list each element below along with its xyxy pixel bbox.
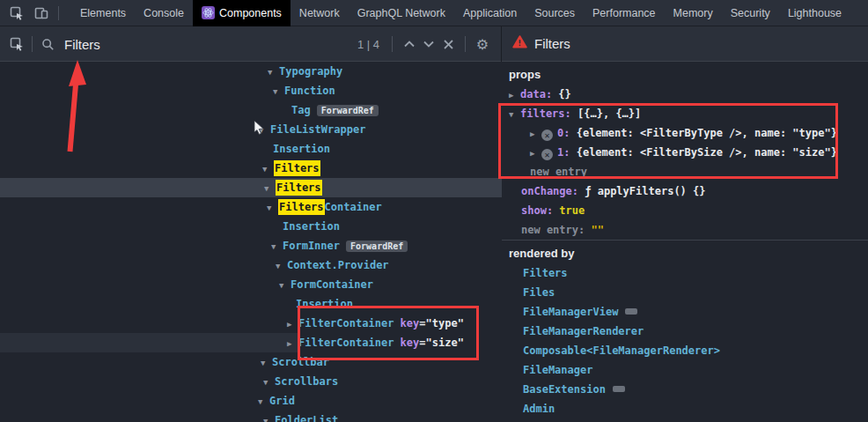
rendered-by-list: FiltersFilesFileManagerViewFileManagerRe…	[502, 263, 868, 418]
expand-arrow-icon[interactable]: ▼	[279, 276, 291, 295]
tree-row[interactable]: ▼FileListWrapper	[0, 120, 502, 139]
prop-row[interactable]: new entry: ""	[502, 220, 868, 240]
expand-arrow-icon[interactable]: ▶	[530, 124, 541, 144]
prop-row[interactable]: ▶data: {}	[502, 85, 868, 104]
tree-row[interactable]: ▼Context.Provider	[0, 255, 502, 275]
tree-row[interactable]: ▼Typography	[0, 62, 502, 81]
expand-arrow-icon[interactable]: ▼	[263, 373, 275, 392]
close-icon[interactable]	[438, 34, 458, 54]
props-section-header: props	[502, 65, 868, 85]
section-divider	[502, 240, 868, 241]
tree-row[interactable]: ▼Scrollbars	[0, 372, 502, 391]
tree-row[interactable]: ▼FiltersContainer	[0, 197, 502, 217]
tab-strip: ElementsConsoleComponentsNetworkGraphQL …	[71, 0, 850, 26]
tree-row[interactable]: Insertion	[0, 294, 502, 314]
tab-memory[interactable]: Memory	[665, 0, 722, 26]
toolbar-divider	[58, 6, 59, 20]
expand-arrow-icon[interactable]: ▼	[261, 353, 272, 373]
expand-arrow-icon[interactable]: ▶	[287, 334, 298, 353]
secondary-toolbar: Filters 1 | 4 ⚙ Filters	[0, 26, 868, 62]
tree-row[interactable]: ▼FormInnerForwardRef	[0, 236, 502, 255]
prop-row[interactable]: ▶✕0: {element: <FilterByType />, name: "…	[502, 123, 868, 143]
expand-arrow-icon[interactable]: ▼	[268, 63, 279, 82]
rendered-by-item[interactable]: Composable<FileManagerRenderer>	[502, 341, 868, 360]
inspect-component-icon[interactable]	[9, 36, 25, 52]
chevron-up-icon[interactable]	[400, 34, 419, 54]
tree-row[interactable]: TagForwardRef	[0, 100, 502, 120]
tab-console[interactable]: Console	[135, 0, 193, 26]
forwardref-badge: ForwardRef	[346, 241, 408, 252]
expand-arrow-icon[interactable]: ▼	[262, 159, 274, 179]
tree-row[interactable]: ▶FilterContainer key="size"	[0, 333, 502, 352]
gear-icon[interactable]: ⚙	[473, 34, 492, 54]
error-triangle-icon	[512, 35, 527, 52]
tree-row[interactable]: ▼Grid	[0, 391, 502, 411]
chevron-down-icon[interactable]	[419, 34, 438, 54]
search-divider	[32, 36, 33, 52]
component-search-bar: Filters 1 | 4 ⚙	[0, 26, 502, 62]
prop-row[interactable]: show: true	[502, 201, 868, 220]
forwardref-badge: ForwardRef	[317, 105, 379, 116]
tree-row[interactable]: Insertion	[0, 139, 502, 159]
tab-performance[interactable]: Performance	[584, 0, 665, 26]
component-details-panel: props ▶data: {}▼filters: [{…}, {…}]▶✕0: …	[502, 62, 868, 422]
tab-components[interactable]: Components	[193, 0, 291, 26]
tab-graphql-network[interactable]: GraphQL Network	[349, 0, 454, 26]
prop-row[interactable]: onChange: ƒ applyFilters() {}	[502, 181, 868, 201]
rendered-by-item[interactable]: FileManagerView	[502, 302, 868, 322]
tab-application[interactable]: Application	[454, 0, 526, 26]
suffix-badge	[625, 308, 637, 315]
tree-row[interactable]: ▼Function	[0, 81, 502, 100]
toolbar-icons	[0, 5, 68, 21]
prop-row[interactable]: new entry	[502, 162, 868, 181]
expand-arrow-icon[interactable]: ▼	[267, 198, 278, 218]
tab-sources[interactable]: Sources	[526, 0, 584, 26]
tree-row[interactable]: ▼FormContainer	[0, 275, 502, 294]
tab-lighthouse[interactable]: Lighthouse	[779, 0, 850, 26]
expand-arrow-icon[interactable]: ▼	[273, 82, 284, 101]
search-divider	[465, 36, 466, 52]
prop-row[interactable]: ▼filters: [{…}, {…}]	[502, 104, 868, 123]
expand-arrow-icon[interactable]: ▶	[509, 85, 520, 105]
selected-component-title: Filters	[534, 36, 570, 51]
tree-row[interactable]: Insertion	[0, 217, 502, 236]
tree-row[interactable]: ▶FilterContainer key="type"	[0, 314, 502, 333]
delete-entry-icon[interactable]: ✕	[541, 130, 553, 141]
search-match-count: 1 | 4	[357, 38, 379, 51]
expand-arrow-icon[interactable]: ▼	[263, 411, 275, 422]
search-icon	[40, 36, 55, 52]
selected-component-header: Filters	[502, 26, 868, 61]
tree-row[interactable]: ▼Scrollbar	[0, 352, 502, 372]
tree-row[interactable]: ▼Filters	[0, 178, 502, 197]
expand-arrow-icon[interactable]: ▶	[287, 315, 298, 334]
rendered-by-item[interactable]: FileManager	[502, 360, 868, 380]
expand-arrow-icon[interactable]: ▼	[509, 105, 520, 124]
tree-row[interactable]: ▼Filters	[0, 159, 502, 178]
delete-entry-icon[interactable]: ✕	[541, 149, 553, 160]
expand-arrow-icon[interactable]: ▼	[259, 121, 270, 140]
react-devtools-icon	[202, 6, 215, 19]
inspect-icon[interactable]	[9, 5, 25, 21]
rendered-by-item[interactable]: BaseExtension	[502, 380, 868, 399]
rendered-by-item[interactable]: Admin	[502, 399, 868, 418]
component-tree: ▼Typography▼FunctionTagForwardRef▼FileLi…	[0, 62, 502, 422]
tree-row[interactable]: ▼FolderList	[0, 411, 502, 422]
expand-arrow-icon[interactable]: ▼	[264, 179, 276, 198]
expand-arrow-icon[interactable]: ▼	[258, 392, 269, 411]
tab-network[interactable]: Network	[291, 0, 349, 26]
tab-elements[interactable]: Elements	[71, 0, 135, 26]
rendered-by-item[interactable]: Files	[502, 283, 868, 302]
suffix-badge	[613, 386, 625, 392]
search-divider	[392, 36, 393, 52]
prop-row[interactable]: ▶✕1: {element: <FilterBySize />, name: "…	[502, 143, 868, 162]
expand-arrow-icon[interactable]: ▶	[530, 144, 541, 163]
expand-arrow-icon[interactable]: ▼	[276, 256, 287, 276]
search-input[interactable]: Filters	[64, 37, 100, 52]
device-toolbar-icon[interactable]	[33, 5, 49, 21]
rendered-by-item[interactable]: Filters	[502, 263, 868, 283]
rendered-by-item[interactable]: FileManagerRenderer	[502, 322, 868, 341]
props-list: ▶data: {}▼filters: [{…}, {…}]▶✕0: {eleme…	[502, 85, 868, 240]
expand-arrow-icon[interactable]: ▼	[271, 237, 283, 256]
rendered-by-header: rendered by	[502, 244, 868, 263]
tab-security[interactable]: Security	[722, 0, 779, 26]
